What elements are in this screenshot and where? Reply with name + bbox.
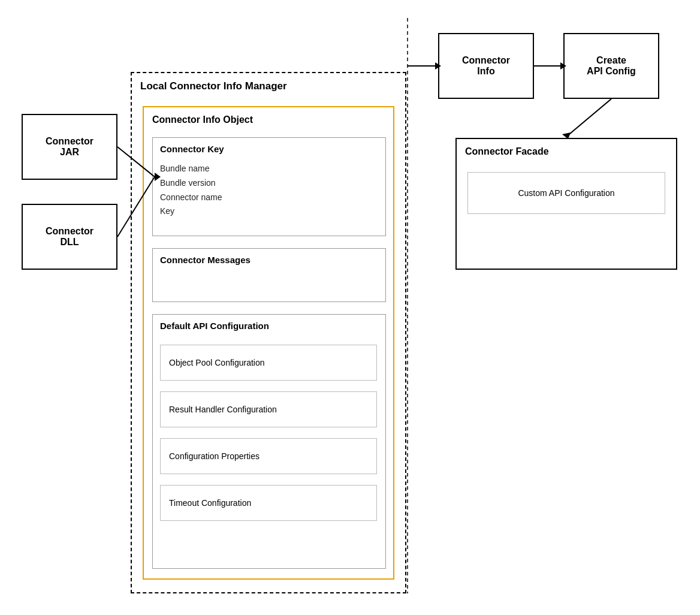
- connector-info-top-label: Connector Info: [462, 55, 510, 77]
- connector-info-object-box: Connector Info Object Connector Key Bund…: [143, 106, 394, 580]
- connector-jar-label: Connector JAR: [46, 136, 93, 158]
- connector-key-box: Connector Key Bundle name Bundle version…: [152, 137, 386, 236]
- local-connector-manager-box: Local Connector Info Manager Connector I…: [131, 72, 406, 593]
- diagram-container: Connector JAR Connector DLL Local Connec…: [0, 0, 700, 615]
- custom-api-config-label: Custom API Configuration: [518, 188, 614, 198]
- object-pool-config-label: Object Pool Configuration: [169, 358, 265, 367]
- connector-key-items: Bundle name Bundle version Connector nam…: [160, 162, 222, 219]
- connector-dll-label: Connector DLL: [46, 226, 93, 248]
- bundle-name-item: Bundle name: [160, 162, 222, 176]
- connector-info-object-label: Connector Info Object: [152, 114, 253, 125]
- connector-info-top-box: Connector Info: [438, 33, 534, 99]
- key-item: Key: [160, 204, 222, 219]
- result-handler-config-label: Result Handler Configuration: [169, 405, 277, 414]
- timeout-config-box: Timeout Configuration: [160, 485, 377, 521]
- local-connector-manager-label: Local Connector Info Manager: [140, 80, 287, 92]
- svg-line-8: [566, 99, 611, 137]
- config-properties-label: Configuration Properties: [169, 451, 260, 461]
- default-api-config-label: Default API Configuration: [160, 321, 269, 331]
- connector-facade-box: Connector Facade Custom API Configuratio…: [455, 138, 677, 270]
- connector-key-label: Connector Key: [160, 144, 224, 154]
- config-properties-box: Configuration Properties: [160, 438, 377, 474]
- connector-messages-label: Connector Messages: [160, 255, 251, 265]
- create-api-config-box: Create API Config: [563, 33, 659, 99]
- connector-facade-label: Connector Facade: [465, 146, 549, 157]
- connector-dll-box: Connector DLL: [22, 204, 117, 270]
- object-pool-config-box: Object Pool Configuration: [160, 345, 377, 381]
- default-api-config-box: Default API Configuration Object Pool Co…: [152, 314, 386, 569]
- connector-name-item: Connector name: [160, 191, 222, 205]
- create-api-config-label: Create API Config: [587, 55, 636, 77]
- connector-jar-box: Connector JAR: [22, 114, 117, 180]
- connector-messages-box: Connector Messages: [152, 248, 386, 302]
- timeout-config-label: Timeout Configuration: [169, 498, 251, 508]
- custom-api-config-box: Custom API Configuration: [467, 172, 665, 214]
- bundle-version-item: Bundle version: [160, 176, 222, 191]
- result-handler-config-box: Result Handler Configuration: [160, 391, 377, 427]
